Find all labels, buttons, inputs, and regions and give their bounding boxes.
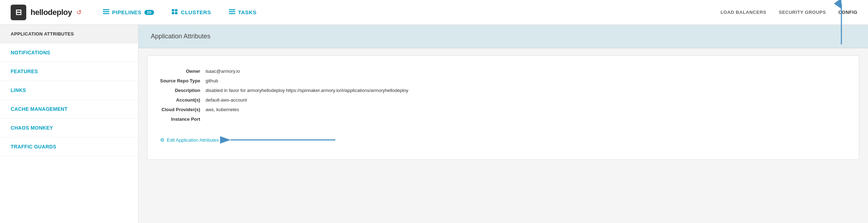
nav-config[interactable]: CONFIG	[838, 10, 857, 15]
svg-rect-7	[229, 9, 235, 10]
svg-rect-9	[229, 13, 235, 14]
table-row: Source Repo Type github	[160, 76, 413, 86]
svg-rect-1	[103, 11, 109, 12]
table-row: Owner isaac@armory.io	[160, 66, 413, 76]
app-title: hellodeploy	[31, 8, 72, 17]
svg-rect-8	[229, 11, 235, 12]
edit-link-label: Edit Application Attributes	[167, 137, 219, 143]
nav-pipelines-label: PIPELINES	[112, 9, 142, 15]
table-row: Description disabled in favor for armory…	[160, 86, 413, 95]
section-title: Application Attributes	[151, 33, 210, 40]
svg-rect-6	[175, 12, 177, 14]
attr-value-owner: isaac@armory.io	[205, 66, 412, 76]
edit-link-row: ⚙ Edit Application Attributes	[160, 131, 846, 149]
sidebar-item-notifications[interactable]: NOTIFICATIONS	[0, 43, 138, 62]
edit-application-attributes-link[interactable]: ⚙ Edit Application Attributes	[160, 137, 219, 143]
attr-value-description: disabled in favor for armoryhellodeploy …	[205, 86, 412, 95]
attr-label-accounts: Account(s)	[160, 95, 205, 105]
edit-link-arrow	[225, 131, 339, 149]
clusters-icon	[172, 9, 178, 16]
pipelines-badge: 30	[144, 10, 154, 15]
svg-rect-2	[103, 13, 109, 14]
pipelines-icon	[103, 9, 109, 16]
nav-item-tasks[interactable]: TASKS	[229, 9, 257, 16]
sidebar-item-features[interactable]: FEATURES	[0, 62, 138, 81]
content-area: Application Attributes Owner isaac@armor…	[138, 25, 868, 223]
sidebar-item-label: FEATURES	[11, 69, 38, 74]
main-container: APPLICATION ATTRIBUTES NOTIFICATIONS FEA…	[0, 25, 868, 223]
attributes-table: Owner isaac@armory.io Source Repo Type g…	[160, 66, 413, 124]
sidebar-item-chaos-monkey[interactable]: CHAOS MONKEY	[0, 119, 138, 137]
logo-symbol: ⊟	[15, 8, 22, 17]
attr-value-cloud-providers: aws, kubernetes	[205, 105, 412, 114]
content-section-header: Application Attributes	[138, 25, 868, 48]
attr-label-cloud-providers: Cloud Provider(s)	[160, 105, 205, 114]
main-nav: PIPELINES 30 CLUSTERS TASKS	[103, 9, 721, 16]
sidebar-item-label: CHAOS MONKEY	[11, 125, 53, 131]
svg-rect-5	[172, 12, 174, 14]
svg-rect-4	[175, 9, 177, 11]
attr-label-owner: Owner	[160, 66, 205, 76]
svg-rect-3	[172, 9, 174, 11]
table-row: Account(s) default-aws-account	[160, 95, 413, 105]
attr-label-instance-port: Instance Port	[160, 114, 205, 124]
svg-rect-0	[103, 9, 109, 10]
sidebar-item-traffic-guards[interactable]: TRAFFIC GUARDS	[0, 137, 138, 156]
table-row: Cloud Provider(s) aws, kubernetes	[160, 105, 413, 114]
sidebar-item-label: CACHE MANAGEMENT	[11, 106, 67, 112]
table-row: Instance Port	[160, 114, 413, 124]
attr-label-source-repo: Source Repo Type	[160, 76, 205, 86]
nav-item-pipelines[interactable]: PIPELINES 30	[103, 9, 154, 16]
refresh-icon[interactable]: ↺	[76, 9, 82, 16]
sidebar-item-label: LINKS	[11, 87, 26, 93]
attr-value-source-repo: github	[205, 76, 412, 86]
sidebar-item-label: NOTIFICATIONS	[11, 50, 50, 55]
sidebar-item-label: TRAFFIC GUARDS	[11, 144, 56, 149]
nav-tasks-label: TASKS	[238, 9, 257, 15]
gear-icon: ⚙	[160, 137, 165, 143]
sidebar-item-label: APPLICATION ATTRIBUTES	[11, 31, 74, 37]
nav-load-balancers[interactable]: LOAD BALANCERS	[720, 10, 766, 15]
nav-clusters-label: CLUSTERS	[181, 9, 211, 15]
logo-icon: ⊟	[11, 5, 26, 20]
logo-area: ⊟ hellodeploy ↺	[11, 5, 82, 20]
sidebar: APPLICATION ATTRIBUTES NOTIFICATIONS FEA…	[0, 25, 138, 223]
attr-label-description: Description	[160, 86, 205, 95]
app-header: ⊟ hellodeploy ↺ PIPELINES 30 CLUSTERS TA…	[0, 0, 868, 25]
attr-value-accounts: default-aws-account	[205, 95, 412, 105]
nav-item-clusters[interactable]: CLUSTERS	[172, 9, 211, 16]
sidebar-item-links[interactable]: LINKS	[0, 81, 138, 100]
content-body: Owner isaac@armory.io Source Repo Type g…	[147, 55, 859, 160]
sidebar-item-cache-management[interactable]: CACHE MANAGEMENT	[0, 100, 138, 119]
attr-value-instance-port	[205, 114, 412, 124]
sidebar-item-application-attributes[interactable]: APPLICATION ATTRIBUTES	[0, 25, 138, 43]
nav-security-groups[interactable]: SECURITY GROUPS	[779, 10, 826, 15]
tasks-icon	[229, 9, 235, 16]
nav-right: LOAD BALANCERS SECURITY GROUPS CONFIG	[720, 10, 857, 15]
